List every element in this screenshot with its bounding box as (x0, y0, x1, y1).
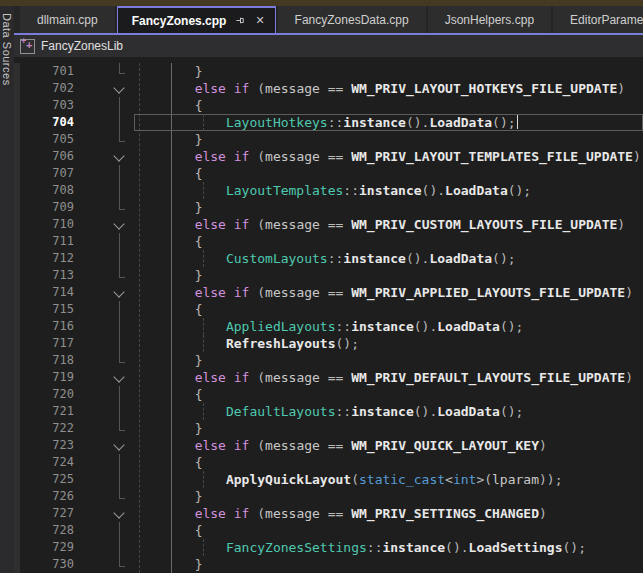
code-line: 707 { (14, 165, 643, 182)
line-number: 708 (24, 182, 74, 199)
tab-editorparamete[interactable]: EditorParamete (553, 6, 643, 33)
line-number: 729 (24, 539, 74, 556)
line-number: 724 (24, 454, 74, 471)
code-line: 718 } (14, 352, 643, 369)
line-number: 718 (24, 352, 74, 369)
line-number: 714 (24, 284, 74, 301)
fold-extent-line (119, 471, 120, 488)
line-number: 706 (24, 148, 74, 165)
code-text: } (132, 267, 202, 284)
fold-chevron-icon[interactable] (113, 286, 124, 297)
line-number: 725 (24, 471, 74, 488)
code-text: } (132, 488, 202, 505)
fold-extent-line (119, 539, 120, 556)
fold-chevron-icon[interactable] (113, 218, 124, 229)
line-number: 701 (24, 63, 74, 80)
code-text: CustomLayouts::instance().LoadData(); (132, 250, 516, 267)
code-line: 727 else if (message == WM_PRIV_SETTINGS… (14, 505, 643, 522)
line-number: 719 (24, 369, 74, 386)
fold-extent-line (119, 233, 120, 250)
code-text: { (132, 522, 202, 539)
tab-label: dllmain.cpp (37, 13, 98, 27)
tool-window-strip: Data Sources (0, 6, 14, 573)
code-text: { (132, 386, 202, 403)
breadcrumb[interactable]: + + FancyZonesLib (14, 35, 643, 57)
line-number: 722 (24, 420, 74, 437)
line-number: 716 (24, 318, 74, 335)
fold-extent-line (119, 335, 120, 352)
code-line: 712 CustomLayouts::instance().LoadData()… (14, 250, 643, 267)
code-line: 713 } (14, 267, 643, 284)
code-text: DefaultLayouts::instance().LoadData(); (132, 403, 523, 420)
line-number: 710 (24, 216, 74, 233)
fold-chevron-icon[interactable] (113, 82, 124, 93)
code-line: 702 else if (message == WM_PRIV_LAYOUT_H… (14, 80, 643, 97)
data-sources-vertical-tab[interactable]: Data Sources (1, 13, 13, 86)
fold-extent-line (119, 114, 120, 131)
fold-extent-line (119, 454, 120, 471)
document-area: dllmain.cppFancyZones.cpp✕FancyZonesData… (14, 6, 643, 573)
code-text: RefreshLayouts(); (132, 335, 359, 352)
tab-bar: dllmain.cppFancyZones.cpp✕FancyZonesData… (14, 6, 643, 33)
fold-extent-line (119, 97, 120, 114)
code-text: } (132, 420, 202, 437)
fold-extent-line (119, 352, 125, 363)
close-icon[interactable]: ✕ (255, 14, 264, 27)
code-line: 729 FancyZonesSettings::instance().LoadS… (14, 539, 643, 556)
line-number: 703 (24, 97, 74, 114)
line-number: 723 (24, 437, 74, 454)
fold-extent-line (119, 488, 125, 499)
line-number: 713 (24, 267, 74, 284)
fold-chevron-icon[interactable] (113, 439, 124, 450)
fold-chevron-icon[interactable] (113, 150, 124, 161)
fold-extent-line (119, 182, 120, 199)
code-line: 721 DefaultLayouts::instance().LoadData(… (14, 403, 643, 420)
code-text: LayoutTemplates::instance().LoadData(); (132, 182, 531, 199)
fold-chevron-icon[interactable] (113, 507, 124, 518)
code-text: FancyZonesSettings::instance().LoadSetti… (132, 539, 586, 556)
code-text: } (132, 63, 202, 80)
fold-extent-line (119, 199, 125, 210)
code-line: 701 } (14, 63, 643, 80)
line-number: 712 (24, 250, 74, 267)
fold-chevron-icon[interactable] (113, 371, 124, 382)
code-text: else if (message == WM_PRIV_SETTINGS_CHA… (132, 505, 547, 522)
line-number: 705 (24, 131, 74, 148)
code-line: 719 else if (message == WM_PRIV_DEFAULT_… (14, 369, 643, 386)
code-line: 703 { (14, 97, 643, 114)
code-line: 722 } (14, 420, 643, 437)
tab-label: FancyZones.cpp (132, 14, 227, 28)
tab-fancyzonesdata-cpp[interactable]: FancyZonesData.cpp (278, 6, 426, 33)
line-number: 728 (24, 522, 74, 539)
code-text: } (132, 199, 202, 216)
fold-extent-line (119, 267, 125, 278)
code-line: 723 else if (message == WM_PRIV_QUICK_LA… (14, 437, 643, 454)
pushpin-icon[interactable] (235, 15, 246, 26)
code-editor[interactable]: 701 }702 else if (message == WM_PRIV_LAY… (14, 63, 643, 573)
tab-dllmain-cpp[interactable]: dllmain.cpp (20, 6, 115, 33)
code-line: 726 } (14, 488, 643, 505)
tab-fancyzones-cpp[interactable]: FancyZones.cpp✕ (117, 6, 276, 33)
cpp-project-icon: + + (20, 39, 35, 54)
fold-extent-line (119, 420, 125, 431)
code-line: 704 LayoutHotkeys::instance().LoadData()… (14, 114, 643, 131)
code-text: ApplyQuickLayout(static_cast<int>(lparam… (132, 471, 563, 488)
code-text: { (132, 301, 202, 318)
code-text: { (132, 165, 202, 182)
code-line: 728 { (14, 522, 643, 539)
code-text: } (132, 556, 202, 573)
code-text: } (132, 131, 202, 148)
fold-extent-line (119, 63, 125, 74)
line-number: 711 (24, 233, 74, 250)
code-text: else if (message == WM_PRIV_APPLIED_LAYO… (132, 284, 633, 301)
code-line: 711 { (14, 233, 643, 250)
tab-jsonhelpers-cpp[interactable]: JsonHelpers.cpp (428, 6, 551, 33)
code-line: 715 { (14, 301, 643, 318)
fold-extent-line (119, 301, 120, 318)
code-text: } (132, 352, 202, 369)
code-line: 717 RefreshLayouts(); (14, 335, 643, 352)
code-line: 708 LayoutTemplates::instance().LoadData… (14, 182, 643, 199)
line-number: 717 (24, 335, 74, 352)
fold-extent-line (119, 386, 120, 403)
project-name[interactable]: FancyZonesLib (41, 39, 123, 53)
